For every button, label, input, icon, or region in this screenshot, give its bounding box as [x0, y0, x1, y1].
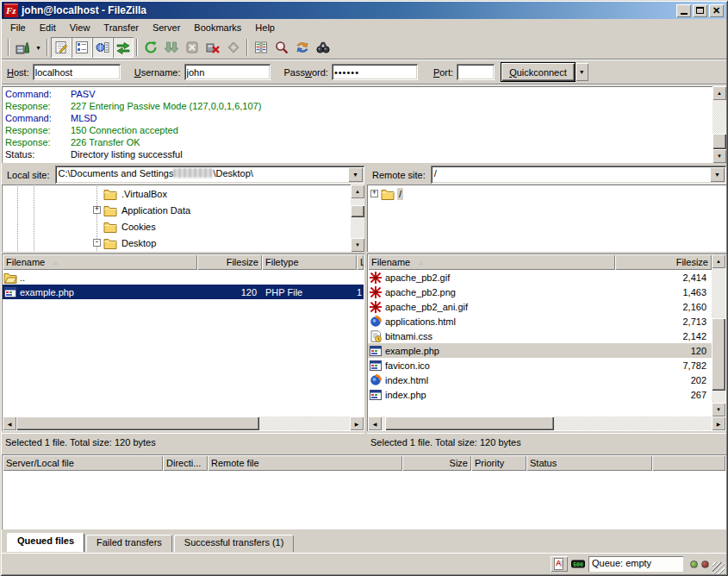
file-row[interactable]: index.php267: [368, 387, 712, 402]
maximize-button[interactable]: [693, 4, 707, 17]
column-header-filename[interactable]: Filename▵: [3, 254, 197, 270]
quickconnect-button[interactable]: Quickconnect: [501, 63, 575, 81]
scrollbar-thumb[interactable]: [385, 416, 554, 430]
host-input[interactable]: [33, 64, 121, 80]
log-line: Response:150 Connection accepted: [5, 124, 712, 136]
scrollbar-thumb[interactable]: [16, 416, 259, 430]
local-site-dropdown-icon[interactable]: ▼: [348, 167, 363, 182]
refresh-button[interactable]: [140, 37, 161, 58]
scrollbar-thumb[interactable]: [351, 205, 364, 217]
column-header-priority[interactable]: Priority: [471, 455, 526, 471]
folder-icon: [381, 188, 395, 200]
column-header-status[interactable]: Status: [526, 455, 652, 471]
menu-edit[interactable]: Edit: [33, 20, 63, 35]
column-header-server-local-file[interactable]: Server/Local file: [3, 455, 163, 471]
file-row[interactable]: apache_pb2.gif2,414: [368, 270, 712, 285]
column-header-filesize[interactable]: Filesize: [197, 254, 262, 270]
password-input[interactable]: [332, 64, 418, 80]
port-input[interactable]: [457, 64, 495, 80]
toggle-transfer-queue-button[interactable]: [113, 37, 134, 58]
local-tree-vertical-scrollbar[interactable]: ▲ ▼: [351, 185, 364, 252]
remote-site-row: Remote site: / ▼: [367, 166, 726, 184]
scrollbar-thumb[interactable]: [712, 318, 725, 391]
tab-queued-files[interactable]: Queued files: [7, 533, 84, 552]
tree-item-application-data[interactable]: + Application Data: [2, 202, 351, 218]
transfer-type-indicator[interactable]: A: [551, 556, 568, 572]
reconnect-button[interactable]: [223, 37, 244, 58]
column-header-remote-file[interactable]: Remote file: [208, 455, 402, 471]
file-row-example-php[interactable]: example.php 120 PHP File 1: [3, 285, 364, 299]
toggle-local-tree-button[interactable]: [72, 37, 92, 58]
file-search-button[interactable]: [271, 37, 292, 58]
tree-item-root[interactable]: + /: [367, 185, 726, 202]
file-search-icon: [275, 41, 289, 54]
column-header-filetype[interactable]: Filetype: [262, 254, 357, 270]
scroll-down-icon[interactable]: ▼: [351, 238, 364, 252]
local-site-combo[interactable]: C:\Documents and Settings\Desktop\ ▼: [55, 166, 364, 184]
scroll-up-icon[interactable]: ▲: [712, 254, 725, 268]
column-header-direction[interactable]: Directi...: [163, 455, 208, 471]
expand-icon[interactable]: +: [93, 206, 101, 214]
cancel-operation-button[interactable]: [182, 37, 202, 58]
scroll-left-icon[interactable]: ◀: [368, 416, 382, 430]
expand-icon[interactable]: +: [370, 190, 378, 197]
synchronized-browsing-button[interactable]: [292, 37, 313, 58]
resize-grip[interactable]: [712, 562, 725, 574]
column-header-filename[interactable]: Filename▵: [368, 254, 615, 270]
toggle-remote-tree-button[interactable]: [92, 37, 113, 58]
menu-help[interactable]: Help: [248, 20, 282, 35]
collapse-icon[interactable]: -: [93, 239, 101, 247]
minimize-button[interactable]: [676, 4, 691, 17]
remote-site-combo[interactable]: / ▼: [431, 166, 726, 184]
menu-view[interactable]: View: [63, 20, 97, 35]
speed-limits-indicator[interactable]: 500: [569, 556, 587, 572]
site-manager-dropdown-button[interactable]: ▼: [33, 37, 44, 58]
close-button[interactable]: ✕: [709, 4, 724, 17]
quickconnect-dropdown-button[interactable]: ▼: [576, 63, 588, 81]
tree-item-cookies[interactable]: Cookies: [2, 218, 351, 235]
tree-item-virtualbox[interactable]: .VirtualBox: [2, 185, 351, 202]
remote-list-vertical-scrollbar[interactable]: ▲ ▼: [712, 254, 725, 416]
menu-bookmarks[interactable]: Bookmarks: [187, 20, 248, 35]
column-header-filesize[interactable]: Filesize: [615, 254, 712, 270]
scroll-up-icon[interactable]: ▲: [351, 185, 364, 198]
file-row[interactable]: applications.html2,713: [368, 314, 712, 329]
filezilla-window: Fz john@localhost - FileZilla ✕ File Edi…: [0, 0, 728, 576]
tab-failed-transfers[interactable]: Failed transfers: [86, 535, 172, 552]
local-site-label: Local site:: [2, 170, 55, 180]
menu-server[interactable]: Server: [146, 20, 187, 35]
scrollbar-thumb[interactable]: [712, 134, 726, 149]
scroll-up-icon[interactable]: ▲: [712, 86, 726, 100]
file-row[interactable]: bitnami.css2,142: [368, 329, 712, 343]
local-list-horizontal-scrollbar[interactable]: ◀ ▶: [3, 416, 364, 430]
file-row[interactable]: index.html202: [368, 373, 712, 387]
disconnect-button[interactable]: [202, 37, 223, 58]
file-row[interactable]: favicon.ico7,782: [368, 358, 712, 373]
open-site-manager-button[interactable]: [12, 37, 33, 58]
menu-transfer[interactable]: Transfer: [96, 20, 146, 35]
scroll-left-icon[interactable]: ◀: [3, 416, 16, 430]
tree-item-desktop[interactable]: - Desktop: [2, 235, 351, 251]
tab-successful-transfers[interactable]: Successful transfers (1): [174, 535, 295, 552]
column-header-size[interactable]: Size: [402, 455, 471, 471]
filter-button[interactable]: [313, 37, 333, 58]
file-row[interactable]: apache_pb2_ani.gif2,160: [368, 299, 712, 314]
site-manager-icon: [16, 41, 29, 54]
process-queue-button[interactable]: [161, 37, 182, 58]
username-input[interactable]: [184, 64, 271, 80]
scroll-down-icon[interactable]: ▼: [712, 149, 726, 163]
log-vertical-scrollbar[interactable]: ▲ ▼: [712, 86, 726, 163]
menu-file[interactable]: File: [3, 20, 33, 35]
remote-site-dropdown-icon[interactable]: ▼: [710, 167, 725, 182]
file-row[interactable]: apache_pb2.png1,463: [368, 285, 712, 299]
column-header-lastmodified[interactable]: L: [357, 254, 364, 270]
file-row-parent-dir[interactable]: ..: [3, 270, 364, 285]
column-header-spacer: [652, 455, 725, 471]
file-row-example-php[interactable]: example.php120: [368, 343, 712, 358]
directory-comparison-button[interactable]: [251, 37, 271, 58]
scroll-down-icon[interactable]: ▼: [712, 403, 725, 416]
scroll-right-icon[interactable]: ▶: [350, 416, 364, 430]
remote-list-horizontal-scrollbar[interactable]: ◀ ▶: [368, 416, 725, 430]
toggle-message-log-button[interactable]: [51, 37, 72, 58]
scroll-right-icon[interactable]: ▶: [712, 416, 725, 430]
